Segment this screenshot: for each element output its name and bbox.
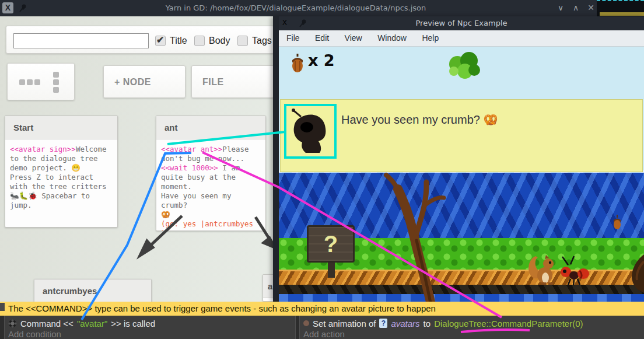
menu-help[interactable]: Help xyxy=(415,30,445,46)
question-sign: ? xyxy=(307,225,356,278)
preview-window[interactable]: Preview of Npc Example X File Edit View … xyxy=(273,16,644,302)
hud-item-count: x 2 xyxy=(308,51,335,69)
condition-param: "avatar" xyxy=(77,319,107,328)
dialogue-text: Have you seen my crumb? 🥨 xyxy=(341,113,498,127)
ant-avatar-image xyxy=(288,106,334,155)
tags-checkbox[interactable]: ✔ xyxy=(237,36,248,46)
background-window-edge xyxy=(597,0,644,16)
hint-bar: The <<COMMAND>> type can be used to trig… xyxy=(0,302,644,316)
condition-text-prefix: Command << xyxy=(20,319,74,328)
water xyxy=(279,294,644,302)
action-icon xyxy=(303,320,309,326)
node-ant[interactable]: ant <<avatar ant>>Please don't bug me no… xyxy=(156,116,266,231)
question-sign-board: ? xyxy=(307,225,355,263)
node-start-title: Start xyxy=(5,116,117,139)
preview-window-title: Preview of Npc Example xyxy=(279,16,644,30)
checkmark-icon: ✔ xyxy=(156,34,164,46)
add-action-link[interactable]: Add action xyxy=(303,329,345,339)
menu-file[interactable]: File xyxy=(280,30,306,46)
filter-tags: ✔ Tags xyxy=(237,34,272,47)
hud-acorn-icon xyxy=(290,53,304,73)
hanging-acorn-sprite xyxy=(612,215,622,230)
file-button[interactable]: FILE xyxy=(191,65,274,98)
game-viewport: ? xyxy=(279,47,644,302)
action-value: DialogueTree::CommandParameter(0) xyxy=(434,319,583,328)
action-text-prefix: Set animation of xyxy=(313,319,376,328)
pin-icon[interactable] xyxy=(299,19,307,28)
node-antcrumbyes-title: antcrumbyes xyxy=(34,279,151,303)
menu-edit[interactable]: Edit xyxy=(309,30,335,46)
condition-row[interactable]: Command <<"avatar">> is called xyxy=(8,317,155,329)
node-ant-body: <<avatar ant>>Please don't bug me now...… xyxy=(156,139,265,231)
filter-body: ✔ Body xyxy=(194,34,230,47)
filter-body-label: Body xyxy=(209,36,230,46)
search-toolbar: ✔ Title ✔ Body ✔ Tags xyxy=(6,26,274,54)
squirrel-sprite xyxy=(526,253,555,285)
tree-root-sprite xyxy=(624,254,644,295)
dialogue-box: Have you seen my crumb? 🥨 xyxy=(280,99,643,172)
filter-title-label: Title xyxy=(170,36,187,46)
hint-text: The <<COMMAND>> type can be used to trig… xyxy=(8,302,436,316)
screen: ✔ Title ✔ Body ✔ Tags + NODE FILE Start … xyxy=(0,0,644,339)
minimize-button[interactable]: ∨ xyxy=(553,0,568,16)
add-condition-link[interactable]: Add condition xyxy=(8,329,61,339)
event-sheet: Command <<"avatar">> is called Add condi… xyxy=(0,316,644,339)
action-row[interactable]: Set animation of ?avatars to DialogueTre… xyxy=(303,317,583,329)
node-ant-title: ant xyxy=(156,116,265,139)
event-divider xyxy=(295,316,300,339)
filter-tags-label: Tags xyxy=(252,36,272,46)
condition-icon xyxy=(8,319,17,328)
menu-view[interactable]: View xyxy=(338,30,369,46)
horizontal-layout-icon xyxy=(19,79,40,85)
hint-bar-handle xyxy=(0,303,5,311)
layout-direction-button[interactable] xyxy=(7,63,75,100)
action-text-middle: to xyxy=(424,319,431,328)
action-object: avatars xyxy=(391,319,419,328)
dead-tree-sprite xyxy=(378,169,454,302)
maximize-button[interactable]: ∧ xyxy=(568,0,583,16)
body-checkbox[interactable]: ✔ xyxy=(194,36,205,46)
app-logo-icon: X xyxy=(282,18,292,28)
add-node-button[interactable]: + NODE xyxy=(103,65,186,98)
question-sign-post xyxy=(328,263,335,278)
ant-npc-sprite xyxy=(558,256,590,286)
npc-avatar xyxy=(287,105,335,156)
foliage-sprite xyxy=(446,51,482,83)
preview-menubar: File Edit View Window Help xyxy=(279,30,644,47)
node-start[interactable]: Start <<avatar sign>>Welcome to the dial… xyxy=(5,116,118,228)
title-checkbox[interactable]: ✔ xyxy=(155,36,166,46)
preview-titlebar[interactable]: Preview of Npc Example X xyxy=(279,16,644,30)
preview-window-border xyxy=(273,16,279,302)
main-titlebar[interactable]: X Yarn in GD: /home/fox/DEV/dialogueExam… xyxy=(0,0,644,16)
filter-title: ✔ Title xyxy=(155,34,187,47)
vertical-layout-icon xyxy=(53,72,59,93)
background-window-strip xyxy=(600,12,644,16)
window-title: Yarn in GD: /home/fox/DEV/dialogueExampl… xyxy=(0,0,592,16)
menu-window[interactable]: Window xyxy=(371,30,413,46)
node-start-body: <<avatar sign>>Welcome to the dialogue t… xyxy=(5,139,117,215)
help-icon: ? xyxy=(379,319,387,328)
condition-text-suffix: >> is called xyxy=(111,319,155,328)
event-left-strip xyxy=(0,316,5,339)
search-input[interactable] xyxy=(13,33,149,48)
